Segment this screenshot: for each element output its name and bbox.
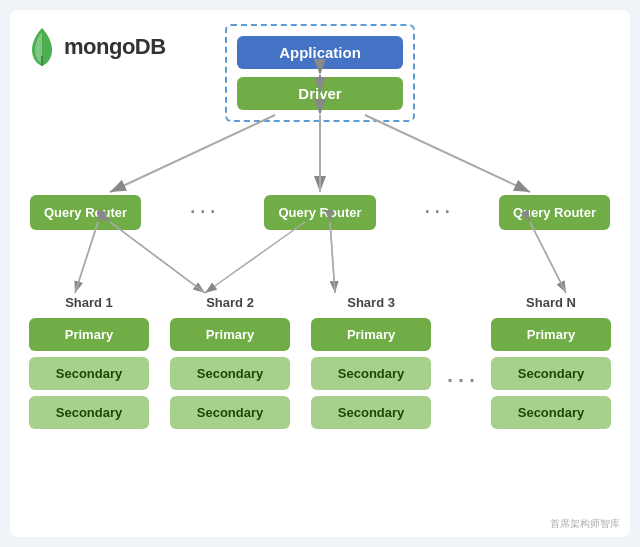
diagram-container: mongoDB Application Driver Query Router … [10, 10, 630, 537]
svg-line-10 [75, 222, 98, 293]
shard-3-secondary-1: Secondary [311, 357, 431, 390]
query-router-left: Query Router [30, 195, 141, 230]
dots-between-1: · · · [186, 202, 219, 223]
shard-2-secondary-2: Secondary [170, 396, 290, 429]
svg-line-13 [205, 222, 305, 293]
shard-1-column: Shard 1 Primary Secondary Secondary [24, 295, 154, 429]
shard-dots-separator: · · · [447, 295, 475, 425]
watermark: 首席架构师智库 [550, 517, 620, 531]
shard-3-label: Shard 3 [347, 295, 395, 310]
shard-1-secondary-1: Secondary [29, 357, 149, 390]
mongodb-leaf-icon [28, 28, 56, 66]
svg-line-17 [530, 222, 566, 293]
shard-1-primary: Primary [29, 318, 149, 351]
shard-3-column: Shard 3 Primary Secondary Secondary [306, 295, 436, 429]
svg-line-16 [530, 222, 566, 293]
shard-3-primary: Primary [311, 318, 431, 351]
mongodb-logo: mongoDB [28, 28, 166, 66]
driver-box: Driver [237, 77, 403, 110]
shard-2-label: Shard 2 [206, 295, 254, 310]
application-box: Application [237, 36, 403, 69]
shard-n-column: Shard N Primary Secondary Secondary [486, 295, 616, 429]
svg-line-8 [365, 115, 530, 192]
shard-n-label: Shard N [526, 295, 576, 310]
shard-1-secondary-2: Secondary [29, 396, 149, 429]
svg-rect-0 [41, 56, 43, 66]
query-router-right: Query Router [499, 195, 610, 230]
shard-2-column: Shard 2 Primary Secondary Secondary [165, 295, 295, 429]
svg-line-15 [330, 222, 335, 293]
app-driver-box: Application Driver [225, 24, 415, 122]
mongodb-logo-text: mongoDB [64, 34, 166, 60]
shard-n-secondary-2: Secondary [491, 396, 611, 429]
shard-2-primary: Primary [170, 318, 290, 351]
query-routers-row: Query Router · · · Query Router · · · Qu… [20, 195, 620, 230]
shard-n-secondary-1: Secondary [491, 357, 611, 390]
shard-1-label: Shard 1 [65, 295, 113, 310]
svg-line-12 [110, 222, 205, 293]
svg-line-7 [110, 115, 275, 192]
shards-section: Shard 1 Primary Secondary Secondary Shar… [16, 295, 624, 429]
shard-2-secondary-1: Secondary [170, 357, 290, 390]
svg-line-9 [75, 222, 98, 293]
svg-line-14 [330, 222, 335, 293]
dots-between-2: · · · [421, 202, 454, 223]
shard-3-secondary-2: Secondary [311, 396, 431, 429]
shard-n-primary: Primary [491, 318, 611, 351]
svg-line-11 [110, 222, 205, 293]
query-router-center: Query Router [264, 195, 375, 230]
